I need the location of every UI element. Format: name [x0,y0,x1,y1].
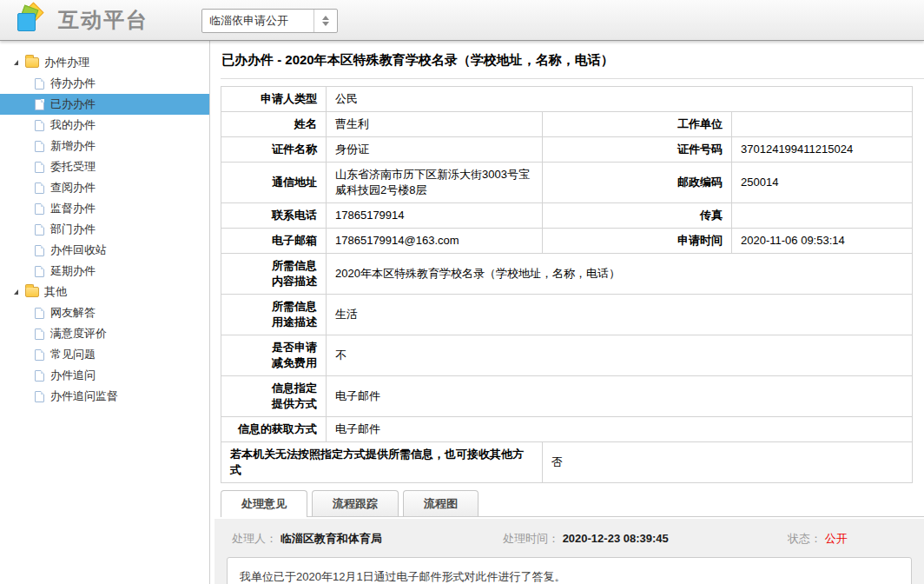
field-value: 250014 [732,163,913,203]
sidebar-tree: 办件办理待办办件已办办件我的办件新增办件委托受理查阅办件监督办件部门办件办件回收… [0,41,210,584]
site-select-dropdown[interactable]: 临淄依申请公开 [201,9,338,33]
field-label: 通信地址 [221,163,327,203]
time-group: 处理时间： 2020-12-23 08:39:45 [503,531,788,547]
sidebar-item-0-0[interactable]: 待办办件 [0,73,209,94]
sidebar-group-label: 其他 [44,284,67,300]
up-down-arrows-icon[interactable] [314,10,337,32]
sidebar-item-label: 满意度评价 [50,326,107,342]
sidebar-item-0-2[interactable]: 我的办件 [0,115,209,136]
status-label: 状态： [788,532,822,545]
sidebar-item-label: 待办办件 [50,76,96,91]
handle-time-label: 处理时间： [503,532,559,545]
sidebar-item-1-0[interactable]: 网友解答 [0,302,209,323]
field-label: 姓名 [221,112,327,137]
field-label: 邮政编码 [543,163,732,203]
document-icon [35,120,44,131]
reply-text-box: 我单位已于2020年12月1日通过电子邮件形式对此件进行了答复。 [227,557,912,584]
detail-row: 电子邮箱17865179914@163.com申请时间2020-11-06 09… [221,229,913,254]
site-select-value: 临淄依申请公开 [202,13,314,29]
handle-time-value: 2020-12-23 08:39:45 [563,532,669,545]
field-value [732,203,913,229]
detail-row: 所需信息 用途描述生活 [221,295,913,335]
sidebar-item-0-9[interactable]: 延期办件 [0,261,209,282]
tab-1[interactable]: 流程跟踪 [312,490,399,516]
sidebar-item-label: 新增办件 [50,138,96,154]
sidebar-item-0-1[interactable]: 已办办件 [0,94,209,115]
sidebar-item-label: 常见问题 [50,347,96,362]
sidebar-item-1-3[interactable]: 办件追问 [0,365,209,386]
sidebar-item-label: 已办办件 [50,96,96,112]
document-icon [35,162,44,173]
expand-caret-icon [14,289,18,295]
field-value: 不 [327,335,913,376]
document-icon [35,245,44,256]
detail-row: 信息的获取方式电子邮件 [221,417,913,442]
field-label: 所需信息 用途描述 [221,295,327,335]
detail-row: 姓名曹生利工作单位 [221,112,913,137]
handler-label: 处理人： [232,532,277,545]
arrow-up-icon [322,16,329,20]
document-icon [35,266,44,277]
sidebar-item-label: 延期办件 [50,263,96,279]
content-area: 办件办理待办办件已办办件我的办件新增办件委托受理查阅办件监督办件部门办件办件回收… [0,41,924,584]
sidebar-item-0-5[interactable]: 查阅办件 [0,177,209,198]
sidebar-item-label: 监督办件 [50,201,96,216]
field-label: 申请人类型 [221,87,327,112]
field-value: 身份证 [327,137,543,163]
app-title: 互动平台 [58,6,148,34]
main-panel: 已办办件 - 2020年本区特殊教育学校名录（学校地址，名称，电话） 申请人类型… [210,41,924,584]
opinion-panel: 处理人： 临淄区教育和体育局 处理时间： 2020-12-23 08:39:45… [214,519,924,584]
field-value: 山东省济南市历下区新泺大街3003号宝威科技园2号楼8层 [327,163,543,203]
detail-row: 联系电话17865179914传真 [221,203,913,229]
tab-2[interactable]: 流程图 [403,490,478,516]
sidebar-item-label: 委托受理 [50,159,96,175]
field-value: 否 [543,442,913,483]
sidebar-item-1-4[interactable]: 办件追问监督 [0,386,209,407]
field-label: 电子邮箱 [221,229,327,254]
sidebar-item-1-2[interactable]: 常见问题 [0,344,209,365]
document-icon [35,224,44,236]
field-value: 2020年本区特殊教育学校名录（学校地址，名称，电话） [327,254,913,295]
field-label: 所需信息 内容描述 [221,254,327,295]
field-value: 生活 [327,295,913,335]
folder-icon [25,287,39,297]
status-group: 状态： 公开 [788,531,848,547]
sidebar-item-label: 部门办件 [50,222,96,237]
sidebar-item-0-6[interactable]: 监督办件 [0,198,209,219]
expand-caret-icon [14,60,18,65]
tab-0[interactable]: 处理意见 [221,490,307,517]
document-icon [35,370,44,382]
field-label: 联系电话 [221,203,327,229]
field-value: 17865179914@163.com [327,229,543,254]
page-title: 已办办件 - 2020年本区特殊教育学校名录（学校地址，名称，电话） [221,41,924,79]
sidebar-item-label: 网友解答 [50,305,96,321]
detail-row: 证件名称身份证证件号码370124199411215024 [221,137,913,163]
sidebar-item-label: 办件回收站 [50,242,107,258]
sidebar-item-0-7[interactable]: 部门办件 [0,219,209,240]
status-badge: 公开 [825,532,848,545]
detail-row: 所需信息 内容描述2020年本区特殊教育学校名录（学校地址，名称，电话） [221,254,913,295]
field-label: 证件号码 [543,137,732,163]
detail-row: 信息指定 提供方式电子邮件 [221,376,913,417]
logo-blue-square [17,13,36,31]
field-value: 电子邮件 [327,376,913,417]
folder-icon [25,57,39,68]
sidebar-item-1-1[interactable]: 满意度评价 [0,323,209,344]
document-icon [35,78,44,90]
sidebar-item-label: 办件追问 [50,368,96,383]
handler-group: 处理人： 临淄区教育和体育局 [232,531,503,547]
detail-row: 申请人类型公民 [221,87,913,112]
handler-value: 临淄区教育和体育局 [280,532,382,545]
sidebar-item-0-8[interactable]: 办件回收站 [0,240,209,261]
document-icon [35,328,44,340]
document-icon [35,99,44,110]
sidebar-item-0-4[interactable]: 委托受理 [0,156,209,177]
document-icon [35,182,44,194]
field-value: 370124199411215024 [732,137,913,163]
opinion-meta-row: 处理人： 临淄区教育和体育局 处理时间： 2020-12-23 08:39:45… [214,531,924,547]
sidebar-group-0[interactable]: 办件办理 [0,52,209,73]
sidebar-group-1[interactable]: 其他 [0,282,209,302]
sidebar-item-0-3[interactable]: 新增办件 [0,136,209,156]
arrow-down-icon [322,22,329,26]
detail-row: 通信地址山东省济南市历下区新泺大街3003号宝威科技园2号楼8层邮政编码2500… [221,163,913,203]
